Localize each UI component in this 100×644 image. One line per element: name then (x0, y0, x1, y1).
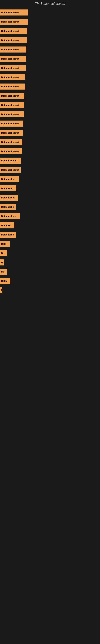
bottleneck-bar-19: Bottleneck (0, 185, 16, 192)
bottleneck-bar-30: B (0, 287, 2, 293)
bottleneck-label-23: Bottlenec (1, 224, 11, 226)
bar-row: Bottleneck res (0, 212, 100, 220)
bottleneck-label-19: Bottleneck (1, 187, 12, 190)
bottleneck-label-27: B (1, 261, 3, 264)
bar-row: Bottleneck result (0, 129, 100, 137)
bottleneck-label-30: B (1, 289, 2, 292)
bar-row: Bottleneck re (0, 175, 100, 183)
bottleneck-label-18: Bottleneck re (1, 178, 15, 180)
bottleneck-label-24: Bottleneck r (1, 234, 14, 236)
bar-row: Bottleneck r (0, 231, 100, 238)
bar-row: Bottleneck result (0, 92, 100, 100)
bottleneck-bar-3: Bottleneck result (0, 37, 27, 43)
bar-row: Bott (0, 240, 100, 248)
bottleneck-label-17: Bottleneck result (1, 169, 19, 171)
bottleneck-bar-11: Bottleneck result (0, 111, 24, 117)
bar-row: Bottleneck result (0, 27, 100, 35)
bottleneck-label-13: Bottleneck result (1, 132, 19, 134)
bottleneck-bar-8: Bottleneck result (0, 84, 25, 90)
bottleneck-bar-22: Bottleneck res (0, 213, 20, 219)
bottleneck-label-12: Bottleneck result (1, 122, 19, 125)
bottleneck-label-3: Bottleneck result (1, 39, 19, 42)
bar-row: B (0, 258, 100, 266)
bottleneck-bar-0: Bottleneck result (0, 10, 28, 16)
bottleneck-bar-29: Bottle (0, 278, 10, 284)
bottleneck-bar-13: Bottleneck result (0, 130, 23, 136)
bottleneck-bar-15: Bottleneck result (0, 148, 22, 154)
bar-row: Bottlenec (0, 222, 100, 229)
bar-row: Bottleneck result (0, 166, 100, 174)
bar-row: Bottleneck result (0, 18, 100, 26)
bottleneck-label-20: Bottleneck re (1, 196, 15, 199)
bar-row: Bottleneck result (0, 46, 100, 53)
bar-row: Bottleneck result (0, 74, 100, 81)
bottleneck-label-6: Bottleneck result (1, 67, 19, 69)
bottleneck-label-11: Bottleneck result (1, 113, 19, 116)
bar-row: Bottleneck res (0, 157, 100, 164)
bottleneck-bar-21: Bottleneck r (0, 204, 16, 210)
bottleneck-label-16: Bottleneck res (1, 160, 16, 162)
bar-row: Bottleneck result (0, 110, 100, 118)
bottleneck-bar-25: Bott (0, 241, 10, 247)
bottleneck-bar-1: Bottleneck result (0, 19, 28, 25)
bar-row: Bottleneck r (0, 203, 100, 211)
bar-row: B (0, 286, 100, 294)
bar-row: Bottleneck (0, 184, 100, 192)
bottleneck-bar-9: Bottleneck result (0, 93, 24, 99)
bar-row: Bottleneck result (0, 101, 100, 109)
bar-row: Bottleneck result (0, 148, 100, 155)
bottleneck-label-10: Bottleneck result (1, 104, 19, 106)
bar-row: Bottleneck result (0, 64, 100, 72)
bar-row: Bo (0, 249, 100, 257)
bottleneck-label-25: Bott (1, 243, 6, 245)
bottleneck-bar-23: Bottlenec (0, 222, 14, 228)
bottleneck-bar-18: Bottleneck re (0, 176, 19, 182)
bottleneck-bar-27: B (0, 260, 3, 266)
bar-row: Bottleneck result (0, 138, 100, 146)
bar-row: Bo (0, 268, 100, 276)
bar-row: Bottleneck result (0, 120, 100, 128)
bottleneck-label-8: Bottleneck result (1, 85, 19, 88)
bar-row: Bottleneck result (0, 9, 100, 16)
bars-container: Bottleneck resultBottleneck resultBottle… (0, 9, 100, 296)
bottleneck-bar-10: Bottleneck result (0, 102, 24, 108)
bottleneck-label-0: Bottleneck result (1, 11, 19, 14)
bottleneck-label-2: Bottleneck result (1, 30, 19, 32)
bottleneck-bar-2: Bottleneck result (0, 28, 27, 34)
bottleneck-bar-26: Bo (0, 250, 7, 256)
bottleneck-label-4: Bottleneck result (1, 48, 19, 51)
bottleneck-label-9: Bottleneck result (1, 94, 19, 97)
bottleneck-bar-7: Bottleneck result (0, 74, 25, 80)
bottleneck-label-5: Bottleneck result (1, 58, 19, 60)
bottleneck-bar-17: Bottleneck result (0, 167, 21, 173)
bottleneck-label-7: Bottleneck result (1, 76, 19, 78)
bottleneck-bar-4: Bottleneck result (0, 46, 26, 52)
bottleneck-bar-12: Bottleneck result (0, 120, 23, 126)
bottleneck-label-21: Bottleneck r (1, 206, 14, 208)
bar-row: Bottleneck re (0, 194, 100, 202)
bottleneck-bar-28: Bo (0, 269, 7, 275)
bottleneck-label-15: Bottleneck result (1, 150, 19, 152)
bottleneck-bar-14: Bottleneck result (0, 139, 22, 145)
bar-row: Bottle (0, 277, 100, 285)
bottleneck-bar-5: Bottleneck result (0, 56, 26, 62)
site-title: TheBottlenecker.com (0, 0, 100, 9)
bottleneck-bar-6: Bottleneck result (0, 65, 26, 71)
bottleneck-label-1: Bottleneck result (1, 20, 19, 23)
bottleneck-label-28: Bo (1, 270, 4, 273)
bottleneck-bar-16: Bottleneck res (0, 158, 21, 164)
bottleneck-label-29: Bottle (1, 280, 7, 282)
bar-row: Bottleneck result (0, 83, 100, 90)
bottleneck-bar-20: Bottleneck re (0, 194, 18, 201)
bar-row: Bottleneck result (0, 36, 100, 44)
bottleneck-label-26: Bo (1, 252, 4, 254)
bottleneck-label-22: Bottleneck res (1, 215, 16, 217)
bar-row: Bottleneck result (0, 55, 100, 62)
bottleneck-label-14: Bottleneck result (1, 141, 19, 143)
bottleneck-bar-24: Bottleneck r (0, 232, 16, 238)
